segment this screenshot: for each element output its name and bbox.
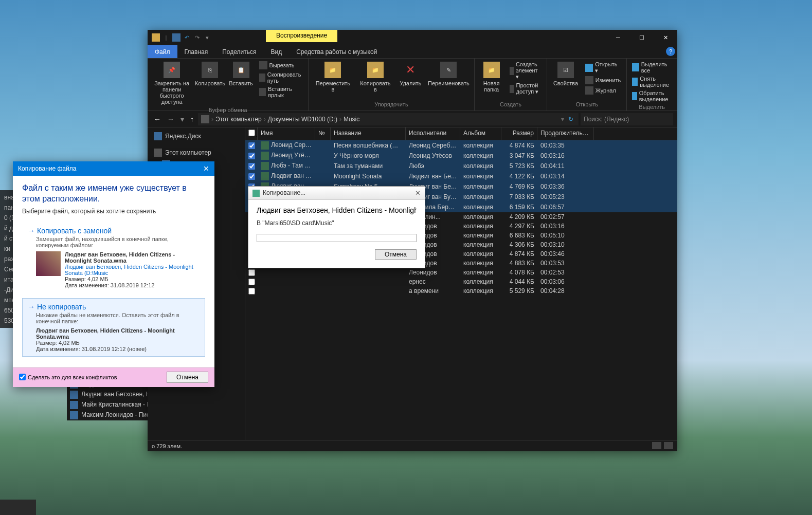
selectnone-button[interactable]: Снять выделение (631, 75, 673, 88)
breadcrumb[interactable]: › Этот компьютер › Документы WD1000 (D:)… (198, 113, 579, 125)
organize-group-label: Упорядочить (313, 100, 470, 108)
col-num[interactable]: № (315, 127, 331, 140)
cell-name: Людвиг ван Бет... (258, 172, 315, 181)
column-headers[interactable]: Имя № Название Исполнители Альбом Размер… (245, 127, 677, 140)
moveto-button[interactable]: 📁Переместить в (313, 61, 353, 94)
cut-button[interactable]: Вырезать (258, 61, 304, 70)
file-list[interactable]: Имя № Название Исполнители Альбом Размер… (245, 127, 677, 440)
rename-button[interactable]: ✎Переименовать (427, 61, 470, 87)
progress-close-button[interactable]: ✕ (415, 189, 421, 197)
back-button[interactable]: ← (152, 113, 163, 125)
save-icon[interactable] (172, 33, 181, 42)
search-input[interactable]: Поиск: (Яндекс) (581, 113, 673, 125)
undo-icon[interactable]: ↶ (183, 33, 191, 42)
newitem-button[interactable]: Создать элемент ▾ (509, 61, 543, 81)
file-row[interactable]: Леонидовколлекция4 078 КБ00:02:53 (245, 268, 677, 277)
home-menu[interactable]: Главная (177, 45, 215, 58)
shortcut-button[interactable]: Вставить ярлык (258, 85, 304, 99)
conflict-title-text: Копирование файла (18, 165, 76, 172)
cell-name (258, 290, 315, 291)
titlebar[interactable]: | ↶ ↷ ▾ Воспроизведение ─ ☐ ✕ (148, 30, 677, 45)
delete-button[interactable]: ✕Удалить (398, 61, 423, 87)
dropdown-icon[interactable]: ▾ (203, 33, 211, 42)
file-row[interactable]: Людвиг ван Бет...Moonlight SonataЛюдвиг … (245, 171, 677, 181)
sidebar-yandex[interactable]: Яндекс.Диск (148, 131, 245, 142)
apply-all-checkbox[interactable] (19, 374, 26, 380)
file-row[interactable]: а времениколлекция5 529 КБ00:04:28 (245, 286, 677, 296)
progress-titlebar[interactable]: Копирование... ✕ (248, 187, 425, 200)
col-title[interactable]: Название (331, 127, 406, 140)
properties-icon: ☑ (563, 67, 568, 73)
history-button[interactable]: Журнал (584, 86, 623, 95)
col-album[interactable]: Альбом (460, 127, 501, 140)
select-all-checkbox[interactable] (248, 130, 255, 136)
file-row[interactable]: Любэ - Там за т...Там за туманамиЛюбэкол… (245, 161, 677, 171)
cell-size: 4 209 КБ (501, 213, 537, 221)
view-menu[interactable]: Вид (263, 45, 289, 58)
sidebar-pc[interactable]: Этот компьютер (148, 147, 245, 158)
easyaccess-button[interactable]: Простой доступ ▾ (509, 82, 543, 96)
up-button[interactable]: ↑ (188, 113, 196, 125)
edit-button[interactable]: Изменить (584, 76, 623, 85)
file-row[interactable]: Леонид Сереб...Песня волшебника (Об...Ле… (245, 140, 677, 151)
new-group-label: Создать (479, 100, 543, 108)
refresh-icon[interactable]: ↻ (566, 116, 575, 123)
cell-size: 4 306 КБ (501, 241, 537, 249)
music-tools-tab[interactable]: Воспроизведение (266, 30, 337, 42)
help-icon[interactable]: ? (666, 47, 675, 56)
row-checkbox[interactable] (248, 163, 255, 170)
recent-dropdown[interactable]: ▾ (178, 113, 186, 125)
open-button[interactable]: Открыть ▾ (584, 61, 623, 75)
file-row[interactable]: Леонид Утёсов - ...У Чёрного моряЛеонид … (245, 151, 677, 161)
close-button[interactable]: ✕ (654, 30, 677, 45)
forward-button[interactable]: → (165, 113, 176, 125)
copyto-button[interactable]: 📁Копировать в (357, 61, 394, 94)
minimize-button[interactable]: ─ (606, 30, 630, 45)
conflict-close-button[interactable]: ✕ (203, 164, 209, 173)
progress-cancel-button[interactable]: Отмена (375, 249, 417, 260)
cell-size: 6 683 КБ (501, 231, 537, 240)
col-size[interactable]: Размер (501, 127, 537, 140)
bc-drive[interactable]: Документы WD1000 (D:) (268, 116, 337, 123)
thumbnails-view-icon[interactable] (664, 442, 673, 449)
newfolder-button[interactable]: 📁Новая папка (479, 61, 504, 94)
pin-label: Закрепить на панели быстрого доступа (154, 80, 190, 105)
properties-button[interactable]: ☑Свойства (551, 61, 580, 87)
conflict-titlebar[interactable]: Копирование файла ✕ (13, 161, 214, 176)
cell-artist: ернес (406, 278, 460, 286)
music-tools-menu[interactable]: Средства работы с музыкой (289, 45, 384, 58)
file-menu[interactable]: Файл (148, 45, 177, 58)
bc-pc[interactable]: Этот компьютер (215, 116, 262, 123)
copy-button[interactable]: ⎘Копировать (196, 61, 224, 87)
copy-replace-option[interactable]: Копировать с заменой Замещает файл, нахо… (22, 222, 205, 293)
cell-album: коллекция (460, 203, 501, 211)
row-checkbox[interactable] (248, 269, 255, 276)
details-view-icon[interactable] (652, 442, 661, 449)
row-checkbox[interactable] (248, 142, 255, 149)
row-checkbox[interactable] (248, 288, 255, 295)
maximize-button[interactable]: ☐ (630, 30, 654, 45)
redo-icon[interactable]: ↷ (193, 33, 201, 42)
share-menu[interactable]: Поделиться (215, 45, 263, 58)
cell-num (315, 155, 331, 156)
dont-copy-option[interactable]: Не копировать Никакие файлы не изменяютс… (22, 298, 205, 357)
invert-button[interactable]: Обратить выделение (631, 89, 673, 103)
paste-button[interactable]: 📋Вставить (228, 61, 254, 87)
copypath-button[interactable]: Скопировать путь (258, 71, 304, 84)
col-name[interactable]: Имя (258, 127, 315, 140)
col-artist[interactable]: Исполнители (406, 127, 460, 140)
bc-folder[interactable]: Music (344, 116, 359, 123)
col-duration[interactable]: Продолжительн... (537, 127, 594, 140)
conflict-cancel-button[interactable]: Отмена (167, 372, 208, 383)
pin-button[interactable]: 📌Закрепить на панели быстрого доступа (152, 61, 192, 106)
row-checkbox[interactable] (248, 153, 255, 159)
music-icon (70, 391, 78, 399)
row-checkbox[interactable] (248, 279, 255, 285)
selectall-button[interactable]: Выделить все (631, 61, 673, 74)
apply-all-checkbox-label[interactable]: Сделать это для всех конфликтов (19, 374, 117, 380)
cell-album: коллекция (460, 222, 501, 230)
file-row[interactable]: ернесколлекция4 044 КБ00:03:06 (245, 277, 677, 286)
source-filesize: Размер: 4,02 МБ (65, 276, 200, 282)
delete-icon: ✕ (406, 63, 415, 77)
row-checkbox[interactable] (248, 173, 255, 180)
